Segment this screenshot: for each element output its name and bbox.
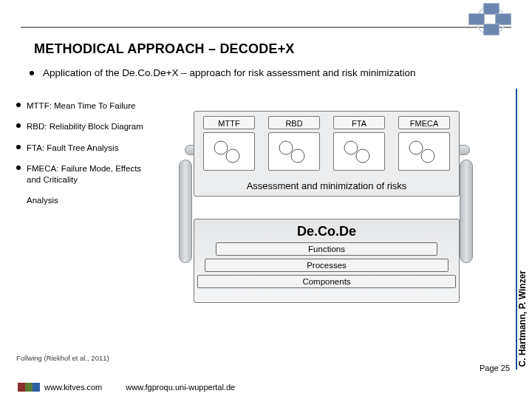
gear-icon — [398, 132, 450, 171]
citation-text: Follwing (Riekhof et al., 2011) — [16, 354, 109, 362]
svg-point-5 — [356, 149, 369, 163]
fgproqu-link[interactable]: www.fgproqu.uni-wuppertal.de — [126, 383, 235, 392]
list-item: RBD: Reliability Block Diagram — [16, 121, 149, 132]
gear-icon — [333, 132, 385, 171]
page-title: METHODICAL APPROACH – DECODE+X — [34, 41, 532, 57]
method-box-fta: FTA — [333, 116, 385, 129]
definition-text: RBD: Reliability Block Diagram — [27, 121, 143, 132]
lead-text: Application of the De.Co.De+X – approach… — [43, 67, 416, 78]
layer-components: Components — [197, 275, 456, 288]
bullet-icon — [16, 123, 21, 128]
definition-text: FMECA: Failure Mode, Effects and Critica… — [27, 163, 149, 185]
svg-point-7 — [421, 149, 434, 163]
kitves-logo-icon — [18, 383, 40, 392]
list-item: MTTF: Mean Time To Failure — [16, 100, 149, 111]
gear-icon — [203, 132, 255, 171]
bullet-icon — [30, 71, 34, 75]
svg-point-3 — [291, 149, 304, 163]
method-box-fmeca: FMECA — [398, 116, 450, 129]
authors-text: C. Hartmann, P. Winzer — [517, 267, 528, 369]
decode-title: De.Co.De — [297, 224, 356, 239]
lead-bullet: Application of the De.Co.De+X – approach… — [30, 67, 532, 78]
assessment-label: Assessment and minimization of risks — [194, 180, 459, 191]
definition-text: FTA: Fault Tree Analysis — [27, 143, 118, 153]
svg-point-6 — [409, 141, 423, 154]
bullet-icon — [16, 145, 21, 149]
methods-block: MTTF RBD FTA FMECA Assessment and minimi… — [194, 111, 460, 197]
bullet-icon — [16, 103, 21, 107]
org-logo — [468, 3, 516, 43]
list-item-orphan: Analysis — [16, 195, 149, 205]
page-number: Page 25 — [480, 364, 510, 372]
kitves-link[interactable]: www.kitves.com — [44, 383, 102, 392]
authors-vertical: C. Hartmann, P. Winzer — [516, 89, 529, 369]
method-box-rbd: RBD — [268, 116, 320, 129]
header-rule — [21, 0, 511, 28]
footer-bar: www.kitves.com www.fgproqu.uni-wuppertal… — [0, 375, 532, 399]
svg-point-1 — [226, 149, 239, 163]
svg-point-2 — [279, 141, 293, 154]
connector-arm-right — [460, 160, 473, 263]
bullet-icon — [16, 166, 21, 170]
decode-block: De.Co.De Functions Processes Components — [194, 219, 460, 303]
layer-processes: Processes — [205, 259, 449, 272]
definitions-list: MTTF: Mean Time To Failure RBD: Reliabil… — [16, 100, 149, 216]
list-item: FTA: Fault Tree Analysis — [16, 143, 149, 153]
svg-point-4 — [344, 141, 358, 154]
connector-arm-left — [179, 160, 192, 263]
list-item: FMECA: Failure Mode, Effects and Critica… — [16, 163, 149, 185]
kitves-block: www.kitves.com — [18, 383, 102, 392]
definition-text: Analysis — [27, 195, 58, 205]
definition-text: MTTF: Mean Time To Failure — [27, 100, 135, 111]
svg-point-0 — [214, 141, 228, 154]
gear-icon — [268, 132, 320, 171]
method-box-mttf: MTTF — [203, 116, 255, 129]
decode-diagram: MTTF RBD FTA FMECA Assessment and minimi… — [149, 100, 532, 307]
layer-functions: Functions — [216, 242, 437, 256]
